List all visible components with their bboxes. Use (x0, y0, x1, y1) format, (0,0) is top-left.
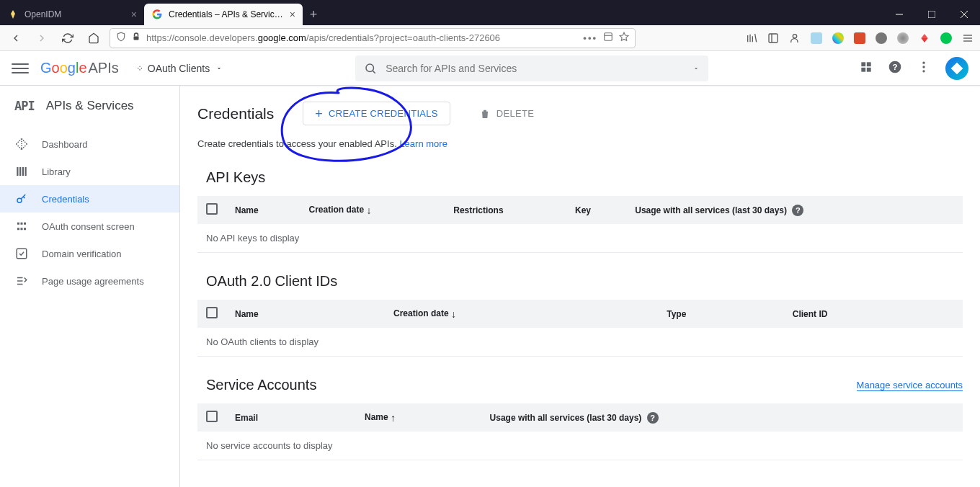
forward-button[interactable] (32, 28, 52, 48)
empty-row: No API keys to display (197, 224, 963, 253)
col-name[interactable]: Name (226, 196, 300, 224)
col-clientid[interactable]: Client ID (784, 300, 963, 328)
new-tab-button[interactable]: + (303, 4, 324, 25)
learn-more-link[interactable]: Learn more (399, 138, 447, 149)
project-name: OAuth Clients (148, 63, 210, 74)
browser-tab-strip: OpenIDM × Credentials – APIs & Services … (0, 0, 980, 25)
sidebar-item-consent[interactable]: OAuth consent screen (0, 213, 179, 240)
kebab-icon[interactable] (917, 60, 931, 76)
google-apis-logo[interactable]: Google APIs (40, 60, 119, 76)
ext-icon[interactable] (896, 32, 909, 45)
sidebar-header: API APIs & Services (0, 86, 179, 126)
help-icon[interactable]: ? (647, 412, 659, 424)
col-name[interactable]: Name ↑ (356, 403, 481, 432)
col-name[interactable]: Name (226, 300, 385, 328)
sidebar-item-domain[interactable]: Domain verification (0, 240, 179, 267)
sidebar-item-label: Domain verification (42, 249, 122, 259)
svg-rect-21 (867, 62, 871, 66)
svg-rect-5 (605, 33, 612, 41)
maximize-button[interactable] (915, 4, 948, 25)
help-icon[interactable]: ? (888, 60, 902, 76)
create-btn-label: CREATE CREDENTIALS (329, 108, 438, 119)
col-type[interactable]: Type (658, 300, 784, 328)
ext-icon[interactable] (810, 32, 823, 45)
library-icon[interactable] (745, 32, 758, 45)
manage-service-accounts-link[interactable]: Manage service accounts (857, 380, 963, 391)
library-icon (14, 165, 29, 178)
search-box[interactable] (355, 55, 708, 81)
col-creation[interactable]: Creation date ↓ (300, 196, 445, 224)
delete-btn-label: DELETE (496, 108, 534, 119)
svg-point-28 (922, 70, 925, 72)
sidebar-item-credentials[interactable]: Credentials (0, 185, 179, 213)
sort-desc-icon: ↓ (367, 205, 372, 216)
browser-tab-openidm[interactable]: OpenIDM × (0, 4, 144, 25)
ext-icon[interactable] (918, 32, 931, 45)
sidebar-item-label: Page usage agreements (42, 276, 144, 287)
col-email[interactable]: Email (226, 403, 356, 432)
section-service-accounts: Service Accounts Manage service accounts… (197, 377, 963, 460)
section-title: Service Accounts (206, 377, 316, 393)
sidebar-item-dashboard[interactable]: Dashboard (0, 130, 179, 158)
create-credentials-button[interactable]: + CREATE CREDENTIALS (303, 102, 450, 125)
section-title: OAuth 2.0 Client IDs (197, 273, 963, 290)
chevron-down-icon[interactable] (692, 65, 700, 72)
svg-rect-40 (17, 249, 27, 259)
sidebar-item-library[interactable]: Library (0, 158, 179, 185)
sort-desc-icon: ↓ (451, 308, 456, 320)
url-bar[interactable]: https://console.developers.google.com/ap… (110, 28, 636, 48)
col-restrictions[interactable]: Restrictions (445, 196, 566, 224)
avatar[interactable] (945, 57, 968, 80)
col-usage[interactable]: Usage with all services (last 30 days) ? (626, 196, 963, 224)
trash-icon (479, 108, 491, 120)
select-all-checkbox[interactable] (206, 307, 218, 318)
gifts-icon[interactable] (859, 60, 873, 76)
svg-rect-1 (928, 11, 935, 18)
sidebar: API APIs & Services Dashboard Library Cr… (0, 86, 180, 487)
select-all-checkbox[interactable] (206, 203, 218, 215)
col-usage[interactable]: Usage with all services (last 30 days) ? (481, 403, 963, 432)
sidebar-item-label: Credentials (42, 194, 89, 205)
reader-icon[interactable] (603, 32, 613, 44)
pocket-icon[interactable] (767, 32, 780, 45)
select-all-checkbox[interactable] (206, 411, 218, 422)
close-window-button[interactable] (948, 4, 980, 25)
section-title: API Keys (197, 169, 963, 186)
ext-icon[interactable] (875, 32, 888, 45)
ext-icon[interactable] (832, 32, 845, 45)
browser-tab-credentials[interactable]: Credentials – APIs & Services – × (144, 4, 303, 25)
back-button[interactable] (6, 28, 26, 48)
svg-rect-39 (24, 228, 26, 230)
ext-icon[interactable] (940, 32, 953, 45)
svg-rect-23 (867, 68, 871, 72)
svg-line-11 (755, 34, 757, 42)
hamburger-icon[interactable] (12, 60, 29, 77)
svg-point-27 (922, 66, 925, 68)
home-button[interactable] (84, 28, 104, 48)
tab-title: OpenIDM (24, 9, 125, 19)
menu-icon[interactable] (961, 32, 974, 45)
empty-row: No service accounts to display (197, 432, 963, 460)
star-icon[interactable] (619, 32, 629, 44)
project-picker[interactable]: ⁘ OAuth Clients (130, 60, 228, 77)
account-icon[interactable] (788, 32, 801, 45)
close-icon[interactable]: × (290, 9, 295, 20)
reload-button[interactable] (58, 28, 78, 48)
key-icon (14, 192, 29, 205)
minimize-button[interactable] (883, 4, 915, 25)
browser-extensions (745, 32, 974, 45)
search-input[interactable] (386, 63, 684, 74)
col-creation[interactable]: Creation date ↓ (385, 300, 658, 328)
meatball-icon[interactable]: ••• (583, 32, 597, 43)
svg-rect-12 (769, 34, 778, 43)
delete-button[interactable]: DELETE (479, 108, 534, 120)
svg-rect-22 (861, 68, 865, 72)
svg-rect-37 (17, 228, 19, 230)
sidebar-item-agreements[interactable]: Page usage agreements (0, 267, 179, 295)
svg-line-19 (373, 71, 375, 73)
help-icon[interactable]: ? (792, 205, 803, 216)
close-icon[interactable]: × (131, 9, 137, 20)
col-key[interactable]: Key (566, 196, 626, 224)
ext-icon[interactable] (853, 32, 866, 45)
api-keys-table: Name Creation date ↓ Restrictions Key Us… (197, 196, 963, 253)
